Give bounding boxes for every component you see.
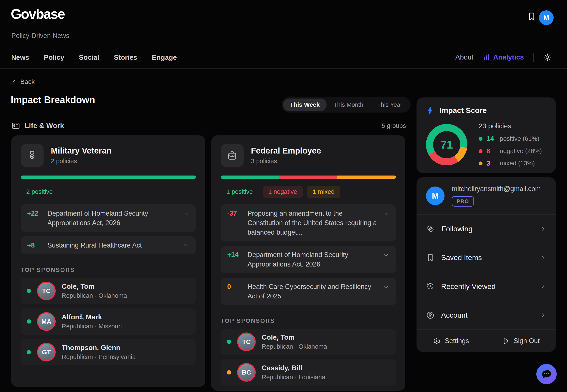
tab-this-month[interactable]: This Month xyxy=(327,98,370,111)
policy-row[interactable]: -37 Proposing an amendment to the Consti… xyxy=(221,204,396,241)
sponsor-name: Cole, Tom xyxy=(62,282,127,291)
profile-email: mitchellryansmith@gmail.com xyxy=(452,185,541,193)
policy-row[interactable]: +22 Department of Homeland Security Appr… xyxy=(21,204,196,232)
header: Govbase Policy-Driven News News Policy S… xyxy=(0,0,567,69)
sentiment-segment-positive xyxy=(21,176,196,179)
impact-legend: 23 policies 14 positive (61%) 6 negative… xyxy=(479,122,542,167)
sponsor-meta: Republican · Pennsylvania xyxy=(62,353,136,361)
legend-label: negative (26%) xyxy=(500,147,542,154)
legend-dot-positive xyxy=(479,137,483,141)
settings-button[interactable]: Settings xyxy=(416,330,486,352)
chevron-down-icon[interactable] xyxy=(183,210,189,217)
sponsor-name: Cole, Tom xyxy=(262,333,327,341)
legend-dot-mixed xyxy=(479,162,483,165)
sentiment-segment-mixed xyxy=(337,176,396,179)
policy-row[interactable]: +14 Department of Homeland Security Appr… xyxy=(221,246,396,273)
legend-count: 14 xyxy=(486,135,496,143)
bar-chart-icon xyxy=(483,54,490,61)
sponsor-name: Cassidy, Bill xyxy=(262,364,325,372)
sign-out-button[interactable]: Sign Out xyxy=(486,330,556,352)
menu-item-following[interactable]: Following xyxy=(416,214,556,243)
sponsor-row[interactable]: MH Hassan, Margaret Wood Democrat · New … xyxy=(221,390,396,391)
sponsor-row[interactable]: GT Thompson, Glenn Republican · Pennsylv… xyxy=(21,339,196,365)
nav-item-stories[interactable]: Stories xyxy=(114,54,137,61)
bookmark-icon xyxy=(426,253,435,262)
tagline: Policy-Driven News xyxy=(12,32,69,40)
sentiment-segment-negative xyxy=(279,176,338,179)
section-label: Life & Work xyxy=(25,122,64,130)
menu-item-recently-viewed[interactable]: Recently Viewed xyxy=(416,272,556,301)
chevron-down-icon[interactable] xyxy=(383,284,389,290)
chevron-down-icon[interactable] xyxy=(383,210,389,217)
nav-item-news[interactable]: News xyxy=(11,54,29,61)
sponsor-meta: Republican · Louisiana xyxy=(262,374,325,381)
settings-label: Settings xyxy=(445,337,469,345)
impact-score-title: Impact Score xyxy=(439,106,487,115)
nav-item-analytics[interactable]: Analytics xyxy=(483,53,524,61)
policy-row[interactable]: +8 Sustaining Rural Healthcare Act xyxy=(21,236,196,254)
sponsor-meta: Republican · Oklahoma xyxy=(262,343,327,350)
legend-count: 3 xyxy=(486,159,496,167)
section-row: Life & Work 5 groups xyxy=(11,121,406,130)
status-dot xyxy=(27,289,31,293)
secondary-nav: About Analytics xyxy=(455,53,552,62)
sign-out-icon xyxy=(502,337,510,345)
sponsor-avatar: TC xyxy=(237,333,256,351)
sponsor-avatar: GT xyxy=(37,343,56,361)
theme-toggle-sun-icon[interactable] xyxy=(543,53,552,61)
groups-count: 5 groups xyxy=(382,122,406,129)
badge-row: 2 positive xyxy=(21,186,196,198)
policy-score: -37 xyxy=(227,209,242,218)
sponsor-avatar: TC xyxy=(37,282,56,300)
tab-this-week[interactable]: This Week xyxy=(283,98,327,111)
positive-badge: 1 positive xyxy=(221,186,259,198)
menu-label: Following xyxy=(442,225,472,233)
sponsor-row[interactable]: MA Alford, Mark Republican · Missouri xyxy=(21,308,196,335)
menu-item-saved-items[interactable]: Saved Items xyxy=(416,243,556,272)
nav-item-engage[interactable]: Engage xyxy=(152,54,177,61)
chevron-right-icon xyxy=(540,254,546,261)
logo[interactable]: Govbase xyxy=(11,6,65,22)
sponsor-row[interactable]: TC Cole, Tom Republican · Oklahoma xyxy=(221,329,396,355)
time-filter-tabs: This Week This Month This Year xyxy=(282,97,411,112)
negative-badge: 1 negative xyxy=(263,186,303,198)
pro-plan-badge: PRO xyxy=(452,196,474,207)
nav-item-social[interactable]: Social xyxy=(79,54,99,61)
nav-item-policy[interactable]: Policy xyxy=(44,54,64,61)
nav-item-about[interactable]: About xyxy=(455,53,473,61)
sponsor-row[interactable]: BC Cassidy, Bill Republican · Louisiana xyxy=(221,359,396,386)
chevron-down-icon[interactable] xyxy=(383,252,389,258)
chevron-left-icon xyxy=(11,79,17,85)
bookmark-icon[interactable] xyxy=(527,12,536,21)
policy-title: Department of Homeland Security Appropri… xyxy=(248,250,378,269)
analytics-label: Analytics xyxy=(493,53,524,61)
policy-score: +22 xyxy=(27,209,42,218)
sponsor-row[interactable]: TC Cole, Tom Republican · Oklahoma xyxy=(21,278,196,304)
back-button[interactable]: Back xyxy=(11,78,35,85)
chevron-down-icon[interactable] xyxy=(183,242,189,249)
policy-row[interactable]: 0 Health Care Cybersecurity and Resilien… xyxy=(221,278,396,305)
legend-count: 6 xyxy=(486,147,496,155)
menu-label: Account xyxy=(441,311,468,319)
chat-bubble-icon xyxy=(540,367,553,381)
user-avatar[interactable]: M xyxy=(539,10,554,25)
policy-title: Proposing an amendment to the Constituti… xyxy=(248,209,378,237)
user-circle-icon xyxy=(426,311,435,320)
legend-label: positive (61%) xyxy=(500,135,539,142)
sentiment-bar xyxy=(21,176,196,179)
group-title: Military Veteran xyxy=(51,146,111,155)
menu-item-account[interactable]: Account xyxy=(416,301,556,330)
badge-row: 1 positive 1 negative 1 mixed xyxy=(221,186,396,198)
sponsor-name: Alford, Mark xyxy=(62,313,122,321)
sponsor-avatar: MA xyxy=(37,312,56,331)
chat-button[interactable] xyxy=(536,364,557,384)
policy-score: +8 xyxy=(27,241,42,250)
policy-score: 0 xyxy=(227,282,242,292)
medal-icon xyxy=(21,144,43,167)
tab-this-year[interactable]: This Year xyxy=(370,98,409,111)
profile-avatar[interactable]: M xyxy=(426,186,444,205)
sponsor-meta: Republican · Oklahoma xyxy=(62,292,127,299)
policy-list: +22 Department of Homeland Security Appr… xyxy=(21,204,196,254)
group-card-federal-employee: Federal Employee 3 policies 1 positive 1… xyxy=(211,135,405,391)
sentiment-bar xyxy=(221,176,396,179)
